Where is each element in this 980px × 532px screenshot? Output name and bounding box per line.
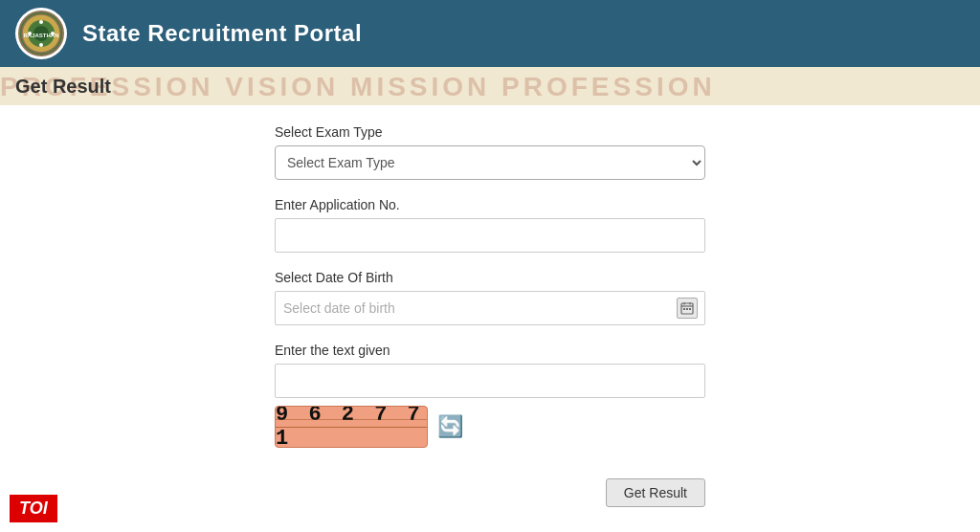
form-container: Select Exam Type Select Exam Type Enter …: [275, 124, 705, 507]
dob-group: Select Date Of Birth: [275, 270, 705, 325]
exam-type-select[interactable]: Select Exam Type: [275, 145, 705, 180]
get-result-button[interactable]: Get Result: [606, 478, 705, 507]
dob-label: Select Date Of Birth: [275, 270, 705, 285]
logo: RAJASTHAN: [15, 8, 67, 59]
refresh-captcha-icon[interactable]: 🔄: [437, 414, 463, 439]
svg-rect-12: [683, 308, 685, 310]
calendar-icon[interactable]: [677, 298, 698, 319]
logo-image: RAJASTHAN: [18, 11, 64, 56]
dob-input[interactable]: [275, 291, 705, 325]
header-title: State Recruitment Portal: [82, 20, 362, 47]
exam-type-group: Select Exam Type Select Exam Type: [275, 124, 705, 180]
svg-point-7: [51, 32, 55, 35]
captcha-input[interactable]: [275, 364, 705, 398]
toi-badge: TOI: [10, 495, 57, 522]
svg-point-4: [39, 20, 43, 24]
exam-type-label: Select Exam Type: [275, 124, 705, 140]
svg-rect-13: [686, 308, 688, 310]
page-title: Get Result: [15, 76, 111, 98]
svg-rect-14: [689, 308, 691, 310]
captcha-label: Enter the text given: [275, 343, 705, 358]
captcha-image: 9 6 2 7 7 1: [275, 406, 428, 448]
submit-row: Get Result: [275, 465, 705, 507]
app-no-group: Enter Application No.: [275, 197, 705, 253]
header: RAJASTHAN State Recruitment Portal: [0, 0, 980, 67]
dob-wrapper: [275, 291, 705, 325]
app-no-label: Enter Application No.: [275, 197, 705, 212]
svg-point-6: [28, 32, 32, 35]
main-content: Select Exam Type Select Exam Type Enter …: [0, 105, 980, 532]
banner: PROFESSION VISION MISSION PROFESSION Get…: [0, 67, 980, 105]
app-no-input[interactable]: [275, 218, 705, 253]
captcha-group: Enter the text given 9 6 2 7 7 1 🔄: [275, 343, 705, 448]
banner-watermark: PROFESSION VISION MISSION PROFESSION: [0, 72, 980, 102]
svg-point-5: [39, 43, 43, 47]
